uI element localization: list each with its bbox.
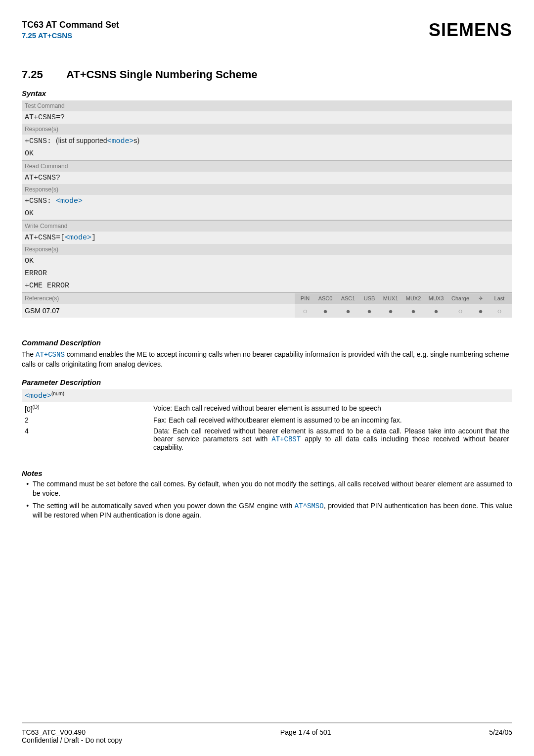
parameter-table: <mode>(num) [0](D) Voice: Each call rece… xyxy=(22,389,512,452)
note-1-pre: The setting will be automatically saved … xyxy=(33,502,295,510)
dot-plane: ● xyxy=(475,307,487,315)
test-resp-prefix: +CSNS: xyxy=(25,137,56,145)
notes-list: The command must be set before the call … xyxy=(22,479,512,520)
section-number: 7.25 xyxy=(22,68,66,81)
command-description-section: Command Description The AT+CSNS command … xyxy=(22,331,512,369)
col-asc1: ASC1 xyxy=(338,295,358,301)
reference-value-row: GSM 07.07 ○ ● ● ● ● ● ● ○ ● ○ xyxy=(22,304,512,318)
param-row-0: [0](D) Voice: Each call received without… xyxy=(22,402,512,414)
dot-mux1: ● xyxy=(381,307,400,315)
write-cmd-prefix: AT+CSNS=[ xyxy=(25,234,65,242)
read-ok: OK xyxy=(22,207,512,220)
doc-subtitle: 7.25 AT+CSNS xyxy=(22,31,119,40)
col-pin: PIN xyxy=(298,295,312,301)
test-command: AT+CSNS=? xyxy=(22,111,512,124)
notes-heading: Notes xyxy=(22,469,512,477)
read-response: +CSNS: <mode> xyxy=(22,195,512,207)
write-error: ERROR xyxy=(22,267,512,280)
siemens-logo: SIEMENS xyxy=(429,20,512,41)
dot-usb: ● xyxy=(361,307,378,315)
param-key-0-pre: [0] xyxy=(25,405,33,413)
at-csns-link[interactable]: AT+CSNS xyxy=(36,351,65,359)
parameter-description-heading: Parameter Description xyxy=(22,378,512,386)
col-mux2: MUX2 xyxy=(403,295,423,301)
test-command-label: Test Command xyxy=(22,100,512,111)
notes-section: Notes The command must be set before the… xyxy=(22,461,512,523)
test-response-label: Response(s) xyxy=(22,124,512,135)
read-command: AT+CSNS? xyxy=(22,172,512,184)
at-cbst-link[interactable]: AT+CBST xyxy=(271,435,301,443)
mode-link[interactable]: <mode> xyxy=(65,234,91,242)
section-heading: 7.25AT+CSNS Single Numbering Scheme xyxy=(22,68,512,81)
footer-conf: Confidential / Draft - Do not copy xyxy=(22,736,122,744)
test-resp-suffix: s) xyxy=(134,137,140,144)
param-val-1: Fax: Each call received withoutbearer el… xyxy=(153,416,509,424)
param-val-0: Voice: Each call received without bearer… xyxy=(153,404,509,412)
read-command-label: Read Command xyxy=(22,160,512,172)
dot-last: ○ xyxy=(490,307,509,315)
write-cmd-suffix: ] xyxy=(91,234,96,242)
mode-link[interactable]: <mode> xyxy=(56,197,83,205)
write-command-label: Write Command xyxy=(22,220,512,232)
cd-pre: The xyxy=(22,350,36,358)
section-title: AT+CSNS Single Numbering Scheme xyxy=(66,68,258,81)
param-row-2: 4 Data: Each call received without beare… xyxy=(22,425,512,452)
reference-header-row: Reference(s) PIN ASC0 ASC1 USB MUX1 MUX2… xyxy=(22,292,512,304)
col-mux1: MUX1 xyxy=(381,295,400,301)
reference-columns: PIN ASC0 ASC1 USB MUX1 MUX2 MUX3 Charge … xyxy=(295,293,512,304)
param-key-0: [0](D) xyxy=(25,404,153,413)
header: TC63 AT Command Set 7.25 AT+CSNS SIEMENS xyxy=(22,20,512,41)
note-1: The setting will be automatically saved … xyxy=(33,501,512,520)
write-response-label: Response(s) xyxy=(22,244,512,255)
command-description-text: The AT+CSNS command enables the ME to ac… xyxy=(22,350,512,369)
header-left: TC63 AT Command Set 7.25 AT+CSNS xyxy=(22,20,119,40)
syntax-heading: Syntax xyxy=(22,89,512,97)
col-usb: USB xyxy=(361,295,378,301)
param-header: <mode>(num) xyxy=(22,389,512,402)
dot-mux3: ● xyxy=(426,307,446,315)
param-key-0-sup: (D) xyxy=(33,404,40,410)
col-last: Last xyxy=(490,295,509,301)
param-val-2: Data: Each call received without bearer … xyxy=(153,427,509,451)
write-ok: OK xyxy=(22,255,512,267)
col-plane-icon: ✈ xyxy=(475,295,487,302)
dot-charge: ○ xyxy=(449,307,472,315)
command-description-heading: Command Description xyxy=(22,338,512,347)
read-resp-prefix: +CSNS: xyxy=(25,197,56,205)
col-asc0: ASC0 xyxy=(315,295,335,301)
mode-link[interactable]: <mode> xyxy=(107,137,134,145)
dot-asc1: ● xyxy=(338,307,358,315)
footer-page: Page 174 of 501 xyxy=(280,728,331,744)
footer-left: TC63_ATC_V00.490 Confidential / Draft - … xyxy=(22,728,122,744)
reference-dots: ○ ● ● ● ● ● ● ○ ● ○ xyxy=(295,304,512,318)
cd-post: command enables the ME to accept incomin… xyxy=(22,350,509,368)
footer: TC63_ATC_V00.490 Confidential / Draft - … xyxy=(22,722,512,756)
param-head-sup: (num) xyxy=(51,391,64,396)
footer-date: 5/24/05 xyxy=(489,728,512,744)
at-smso-link[interactable]: AT^SMSO xyxy=(295,502,324,510)
read-response-label: Response(s) xyxy=(22,184,512,195)
write-cme: +CME ERROR xyxy=(22,280,512,292)
doc-title: TC63 AT Command Set xyxy=(22,20,119,30)
param-key-2: 4 xyxy=(25,427,153,435)
test-ok: OK xyxy=(22,147,512,160)
dot-asc0: ● xyxy=(315,307,335,315)
note-0: The command must be set before the call … xyxy=(33,479,512,498)
test-response: +CSNS: (list of supported<mode>s) xyxy=(22,135,512,147)
test-resp-mid: (list of supported xyxy=(56,137,107,144)
dot-pin: ○ xyxy=(298,307,312,315)
mode-link[interactable]: <mode> xyxy=(25,392,51,400)
dot-mux2: ● xyxy=(403,307,423,315)
param-row-1: 2 Fax: Each call received withoutbearer … xyxy=(22,414,512,425)
footer-doc: TC63_ATC_V00.490 xyxy=(22,728,122,736)
references-label: Reference(s) xyxy=(22,293,295,304)
param-key-1: 2 xyxy=(25,416,153,424)
reference-value: GSM 07.07 xyxy=(22,304,295,318)
col-charge: Charge xyxy=(449,295,472,301)
col-mux3: MUX3 xyxy=(426,295,446,301)
syntax-box: Test Command AT+CSNS=? Response(s) +CSNS… xyxy=(22,100,512,318)
page: TC63 AT Command Set 7.25 AT+CSNS SIEMENS… xyxy=(0,0,534,756)
write-command: AT+CSNS=[<mode>] xyxy=(22,232,512,244)
